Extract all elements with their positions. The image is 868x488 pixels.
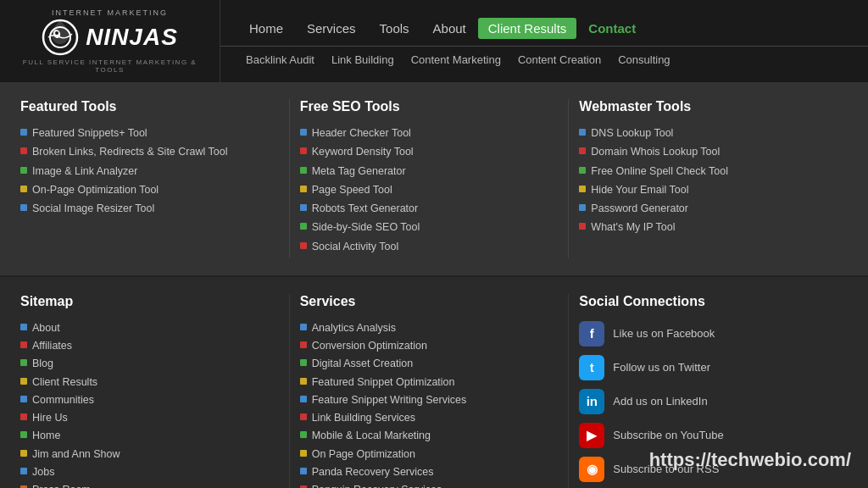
list-item[interactable]: Featured Snippets+ Tool <box>20 126 279 140</box>
bullet-icon <box>300 242 307 249</box>
bullet-icon <box>579 129 586 136</box>
list-item[interactable]: Domain Whois Lookup Tool <box>579 145 837 158</box>
list-item[interactable]: Hide Your Email Tool <box>579 183 837 197</box>
list-item[interactable]: On Page Optimization <box>300 447 559 461</box>
nav-sub-backlink-audit[interactable]: Backlink Audit <box>237 52 323 68</box>
list-item[interactable]: Featured Snippet Optimization <box>300 375 559 389</box>
bullet-icon <box>20 413 27 420</box>
social-item-rss[interactable]: ◉Subscribe to our RSS <box>579 457 837 482</box>
ninja-logo-icon <box>42 19 79 56</box>
header: INTERNET MARKETING NINJAS FULL SERVICE I… <box>0 0 868 82</box>
nav-sub-content-marketing[interactable]: Content Marketing <box>403 52 509 68</box>
logo-area: INTERNET MARKETING NINJAS FULL SERVICE I… <box>0 0 220 82</box>
bullet-icon <box>20 324 27 330</box>
list-item[interactable]: Social Image Resizer Tool <box>20 202 279 215</box>
webmaster-tools-list: DNS Lookup ToolDomain Whois Lookup ToolF… <box>579 126 837 235</box>
bullet-icon <box>300 359 307 366</box>
list-item[interactable]: Jim and Ann Show <box>20 447 279 461</box>
list-item[interactable]: Link Building Services <box>300 411 559 424</box>
list-item[interactable]: Hire Us <box>20 411 279 424</box>
list-item[interactable]: Header Checker Tool <box>300 126 559 140</box>
nav-client-results[interactable]: Client Results <box>478 18 577 39</box>
nav-tools[interactable]: Tools <box>368 18 421 39</box>
social-column: Social Connections fLike us on Facebookt… <box>569 294 848 488</box>
bullet-icon <box>300 324 307 330</box>
list-item[interactable]: Image & Link Analyzer <box>20 164 279 178</box>
bullet-icon <box>20 341 27 348</box>
bullet-icon <box>20 359 27 366</box>
bullet-icon <box>579 223 586 230</box>
list-item[interactable]: What's My IP Tool <box>579 220 837 234</box>
bullet-icon <box>300 378 307 385</box>
bullet-icon <box>20 378 27 385</box>
bullet-icon <box>20 147 27 154</box>
social-list: fLike us on FacebooktFollow us on Twitte… <box>579 321 837 482</box>
logo-main: NINJAS <box>42 19 178 56</box>
nav-sub-link-building[interactable]: Link Building <box>323 52 403 68</box>
bullet-icon <box>300 468 307 474</box>
bullet-icon <box>579 167 586 174</box>
free-seo-tools-list: Header Checker ToolKeyword Density ToolM… <box>300 126 559 253</box>
bullet-icon <box>300 223 307 230</box>
list-item[interactable]: Affiliates <box>20 339 279 352</box>
list-item[interactable]: On-Page Optimization Tool <box>20 183 279 197</box>
list-item[interactable]: Penguin Recovery Services <box>300 483 559 488</box>
social-item-facebook[interactable]: fLike us on Facebook <box>579 321 837 347</box>
nav-contact[interactable]: Contact <box>576 18 648 39</box>
rss-icon: ◉ <box>579 457 604 482</box>
list-item[interactable]: Mobile & Local Marketing <box>300 429 559 442</box>
social-item-youtube[interactable]: ▶Subscribe on YouTube <box>579 423 837 448</box>
list-item[interactable]: Page Speed Tool <box>300 183 559 197</box>
nav-home[interactable]: Home <box>237 18 295 39</box>
services-column: Services Analytics AnalysisConversion Op… <box>290 294 570 488</box>
bullet-icon <box>579 147 586 154</box>
list-item[interactable]: Client Results <box>20 375 279 389</box>
bullet-icon <box>20 396 27 402</box>
featured-tools-column: Featured Tools Featured Snippets+ ToolBr… <box>20 99 290 258</box>
bullet-icon <box>20 186 27 192</box>
webmaster-tools-title: Webmaster Tools <box>579 99 837 116</box>
bullet-icon <box>300 167 307 174</box>
bullet-icon <box>300 396 307 402</box>
list-item[interactable]: Meta Tag Generator <box>300 164 559 178</box>
bullet-icon <box>300 186 307 192</box>
list-item[interactable]: Broken Links, Redirects & Site Crawl Too… <box>20 145 279 158</box>
svg-point-3 <box>55 31 58 35</box>
social-item-linkedin[interactable]: inAdd us on LinkedIn <box>579 389 837 414</box>
bullet-icon <box>579 186 586 192</box>
nav-sub-content-creation[interactable]: Content Creation <box>509 52 609 68</box>
nav-sub-consulting[interactable]: Consulting <box>609 52 678 68</box>
list-item[interactable]: Feature Snippet Writing Services <box>300 393 559 407</box>
list-item[interactable]: Password Generator <box>579 202 837 215</box>
list-item[interactable]: Conversion Optimization <box>300 339 559 352</box>
bullet-icon <box>300 147 307 154</box>
facebook-icon: f <box>579 321 604 347</box>
tools-section: Featured Tools Featured Snippets+ ToolBr… <box>0 82 868 277</box>
featured-tools-title: Featured Tools <box>20 99 279 116</box>
bullet-icon <box>20 167 27 174</box>
list-item[interactable]: Analytics Analysis <box>300 321 559 335</box>
list-item[interactable]: Jobs <box>20 465 279 479</box>
list-item[interactable]: Side-by-Side SEO Tool <box>300 220 559 234</box>
list-item[interactable]: Digital Asset Creation <box>300 357 559 370</box>
list-item[interactable]: Communities <box>20 393 279 407</box>
list-item[interactable]: DNS Lookup Tool <box>579 126 837 140</box>
sub-nav: Backlink Audit Link Building Content Mar… <box>220 47 868 73</box>
list-item[interactable]: Press Room <box>20 483 279 488</box>
list-item[interactable]: Robots Text Generator <box>300 202 559 215</box>
list-item[interactable]: Free Online Spell Check Tool <box>579 164 837 178</box>
nav-area: Home Services Tools About Client Results… <box>220 0 868 82</box>
youtube-icon: ▶ <box>579 423 604 448</box>
list-item[interactable]: Social Activity Tool <box>300 240 559 253</box>
services-title: Services <box>300 294 559 311</box>
nav-services[interactable]: Services <box>295 18 368 39</box>
nav-about[interactable]: About <box>421 18 478 39</box>
main-nav: Home Services Tools About Client Results… <box>220 9 868 47</box>
list-item[interactable]: About <box>20 321 279 335</box>
list-item[interactable]: Home <box>20 429 279 442</box>
social-item-twitter[interactable]: tFollow us on Twitter <box>579 355 837 380</box>
list-item[interactable]: Keyword Density Tool <box>300 145 559 158</box>
list-item[interactable]: Panda Recovery Services <box>300 465 559 479</box>
bullet-icon <box>300 450 307 457</box>
list-item[interactable]: Blog <box>20 357 279 370</box>
